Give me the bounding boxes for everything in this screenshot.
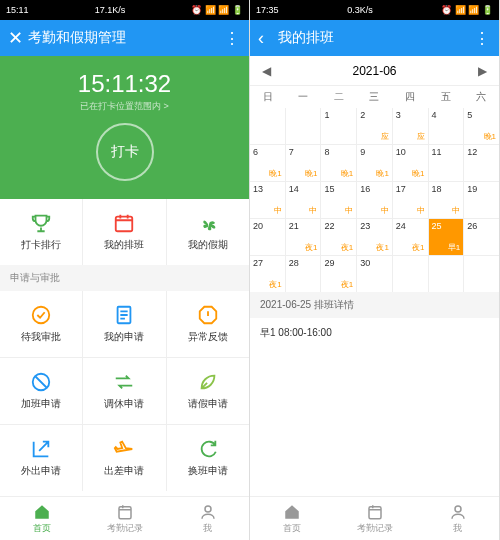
grid-cell[interactable]: 请假申请 xyxy=(167,358,249,424)
grid-cell[interactable]: 待我审批 xyxy=(0,291,82,357)
calendar-day[interactable]: 15中 xyxy=(321,182,356,218)
calendar-day[interactable]: 23夜1 xyxy=(357,219,392,255)
svg-point-5 xyxy=(205,506,211,512)
day-number: 27 xyxy=(253,258,282,268)
weekday-header: 日一二三四五六 xyxy=(250,86,499,108)
nav-tab[interactable]: 首页 xyxy=(250,497,333,540)
application-grid: 待我审批我的申请异常反馈加班申请调休申请请假申请外出申请出差申请换班申请 xyxy=(0,291,249,491)
shift-tag: 晚1 xyxy=(269,168,281,179)
grid-cell[interactable]: 打卡排行 xyxy=(0,199,82,265)
day-number: 10 xyxy=(396,147,425,157)
calendar-day[interactable]: 1 xyxy=(321,108,356,144)
calendar-day[interactable]: 12 xyxy=(464,145,499,181)
shift-tag: 晚1 xyxy=(341,168,353,179)
quick-action-grid: 打卡排行我的排班我的假期 xyxy=(0,199,249,265)
calendar-day[interactable]: 20 xyxy=(250,219,285,255)
weekday: 一 xyxy=(286,90,322,104)
shift-tag: 夜1 xyxy=(305,242,317,253)
grid-cell[interactable]: 调休申请 xyxy=(83,358,165,424)
shift-tag: 中 xyxy=(452,205,460,216)
doc-icon xyxy=(113,304,135,326)
day-number: 2 xyxy=(360,110,389,120)
nav-tab[interactable]: 我 xyxy=(416,497,499,540)
month-selector: ◀ 2021-06 ▶ xyxy=(250,56,499,86)
calendar-day[interactable]: 10晚1 xyxy=(393,145,428,181)
calendar-icon xyxy=(113,212,135,234)
grid-cell[interactable]: 我的排班 xyxy=(83,199,165,265)
calendar-day[interactable]: 14中 xyxy=(286,182,321,218)
prev-month-icon[interactable]: ◀ xyxy=(262,64,271,78)
nav-label: 考勤记录 xyxy=(107,522,143,535)
shift-tag: 夜1 xyxy=(412,242,424,253)
day-number: 25 xyxy=(432,221,461,231)
grid-cell[interactable]: 异常反馈 xyxy=(167,291,249,357)
cycle-icon xyxy=(197,438,219,460)
calendar-day[interactable]: 11 xyxy=(429,145,464,181)
warn-icon xyxy=(197,304,219,326)
bottom-nav: 首页考勤记录我 xyxy=(0,496,249,540)
cell-label: 打卡排行 xyxy=(21,238,61,252)
calendar-day[interactable]: 17中 xyxy=(393,182,428,218)
more-icon[interactable]: ⋮ xyxy=(224,29,241,48)
leaf-icon xyxy=(197,371,219,393)
status-bar: 17:35 0.3K/s ⏰ 📶 📶 🔋 xyxy=(250,0,499,20)
calendar-day[interactable]: 26 xyxy=(464,219,499,255)
cell-label: 我的排班 xyxy=(104,238,144,252)
calendar-day[interactable]: 21夜1 xyxy=(286,219,321,255)
grid-cell[interactable]: 加班申请 xyxy=(0,358,82,424)
back-icon[interactable]: ‹ xyxy=(258,28,278,49)
shift-tag: 早1 xyxy=(448,242,460,253)
grid-cell[interactable]: 出差申请 xyxy=(83,425,165,491)
punch-button[interactable]: 打卡 xyxy=(96,123,154,181)
nav-tab[interactable]: 首页 xyxy=(0,497,83,540)
grid-cell[interactable]: 我的假期 xyxy=(167,199,249,265)
back-icon[interactable]: ✕ xyxy=(8,27,28,49)
title-bar: ✕ 考勤和假期管理 ⋮ xyxy=(0,20,249,56)
calendar-day[interactable]: 6晚1 xyxy=(250,145,285,181)
calendar-day[interactable]: 5晚1 xyxy=(464,108,499,144)
calendar-day[interactable]: 24夜1 xyxy=(393,219,428,255)
location-hint[interactable]: 已在打卡位置范围内 > xyxy=(0,100,249,113)
calendar-day[interactable]: 19 xyxy=(464,182,499,218)
more-icon[interactable]: ⋮ xyxy=(474,29,491,48)
calendar-day[interactable]: 7晚1 xyxy=(286,145,321,181)
day-number: 7 xyxy=(289,147,318,157)
calendar-day[interactable]: 9晚1 xyxy=(357,145,392,181)
nav-tab[interactable]: 考勤记录 xyxy=(83,497,166,540)
user-icon xyxy=(199,503,217,521)
svg-rect-6 xyxy=(369,506,381,518)
shift-tag: 晚1 xyxy=(305,168,317,179)
day-number: 15 xyxy=(324,184,353,194)
phone-right: 17:35 0.3K/s ⏰ 📶 📶 🔋 ‹ 我的排班 ⋮ ◀ 2021-06 … xyxy=(250,0,500,540)
grid-cell[interactable]: 外出申请 xyxy=(0,425,82,491)
day-number: 3 xyxy=(396,110,425,120)
calendar-day[interactable]: 29夜1 xyxy=(321,256,356,292)
shift-tag: 中 xyxy=(274,205,282,216)
nav-tab[interactable]: 考勤记录 xyxy=(333,497,416,540)
calendar-day[interactable]: 4 xyxy=(429,108,464,144)
nav-label: 首页 xyxy=(33,522,51,535)
status-bar: 15:11 17.1K/s ⏰ 📶 📶 🔋 xyxy=(0,0,249,20)
day-number: 8 xyxy=(324,147,353,157)
calendar-day[interactable]: 13中 xyxy=(250,182,285,218)
calendar-day[interactable]: 16中 xyxy=(357,182,392,218)
bottom-nav: 首页考勤记录我 xyxy=(250,496,499,540)
calendar-day[interactable]: 25早1 xyxy=(429,219,464,255)
status-icons: ⏰ 📶 📶 🔋 xyxy=(441,5,493,15)
calendar-day[interactable]: 18中 xyxy=(429,182,464,218)
shift-tag: 中 xyxy=(309,205,317,216)
next-month-icon[interactable]: ▶ xyxy=(478,64,487,78)
calendar-day[interactable]: 22夜1 xyxy=(321,219,356,255)
calendar-day[interactable]: 2应 xyxy=(357,108,392,144)
day-number: 29 xyxy=(324,258,353,268)
calendar-day[interactable]: 30 xyxy=(357,256,392,292)
calendar-day[interactable]: 3应 xyxy=(393,108,428,144)
phone-left: 15:11 17.1K/s ⏰ 📶 📶 🔋 ✕ 考勤和假期管理 ⋮ 15:11:… xyxy=(0,0,250,540)
calendar-day[interactable]: 8晚1 xyxy=(321,145,356,181)
grid-cell[interactable]: 我的申请 xyxy=(83,291,165,357)
grid-cell[interactable]: 换班申请 xyxy=(167,425,249,491)
day-number: 11 xyxy=(432,147,461,157)
calendar-day[interactable]: 27夜1 xyxy=(250,256,285,292)
calendar-day[interactable]: 28 xyxy=(286,256,321,292)
nav-tab[interactable]: 我 xyxy=(166,497,249,540)
